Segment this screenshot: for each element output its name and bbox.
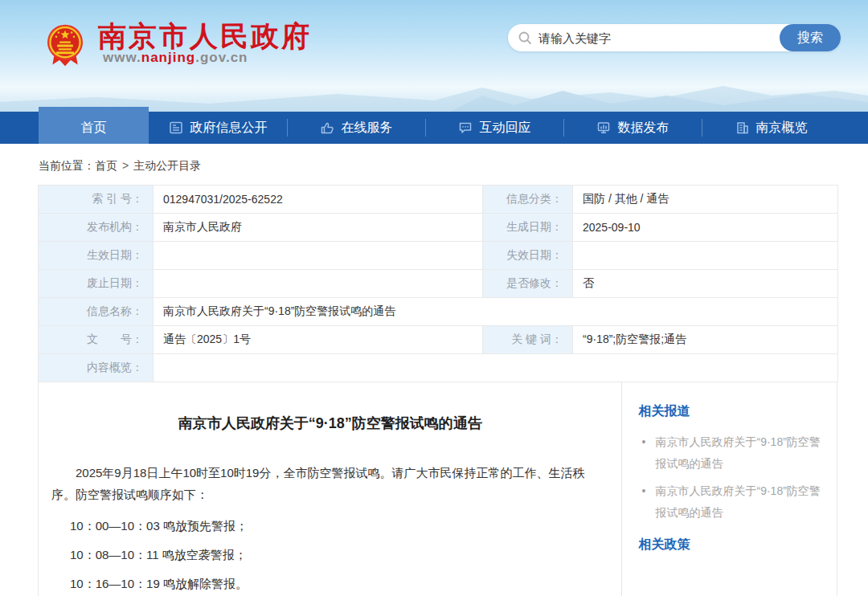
article-region: 南京市人民政府关于“9·18”防空警报试鸣的通告 2025年9月18日上午10时… bbox=[38, 382, 837, 596]
related-policies-heading: 相关政策 bbox=[638, 537, 822, 553]
meta-label: 关 键 词： bbox=[483, 326, 573, 354]
nav-item-online-services[interactable]: 在线服务 bbox=[287, 112, 425, 144]
meta-label: 是否修改： bbox=[483, 270, 573, 298]
schedule-item: 10：00—10：03 鸣放预先警报； bbox=[70, 519, 621, 534]
search-input[interactable] bbox=[538, 25, 772, 51]
meta-value bbox=[154, 242, 483, 270]
city-skyline-decoration bbox=[0, 63, 868, 112]
nav-item-interaction[interactable]: 互动回应 bbox=[425, 112, 563, 144]
related-reports-list: 南京市人民政府关于“9·18”防空警报试鸣的通告 南京市人民政府关于“9·18”… bbox=[641, 431, 822, 524]
site-url: www.nanjing.gov.cn bbox=[103, 50, 248, 66]
related-reports-heading: 相关报道 bbox=[638, 403, 822, 420]
related-report-link[interactable]: 南京市人民政府关于“9·18”防空警报试鸣的通告 bbox=[641, 480, 822, 524]
siren-schedule-list: 10：00—10：03 鸣放预先警报； 10：08—10：11 鸣放空袭警报； … bbox=[39, 519, 621, 592]
document-metadata-table: 索 引 号： 012947031/2025-62522 信息分类： 国防 / 其… bbox=[38, 185, 838, 382]
meta-label: 废止日期： bbox=[39, 270, 154, 298]
meta-value: “9·18”;防空警报;通告 bbox=[573, 326, 838, 354]
meta-label: 发布机构： bbox=[39, 214, 154, 242]
search-icon bbox=[518, 31, 532, 45]
nav-item-label: 首页 bbox=[81, 120, 107, 137]
breadcrumb-prefix: 当前位置： bbox=[39, 159, 95, 172]
nav-item-label: 数据发布 bbox=[618, 120, 669, 137]
meta-value: 国防 / 其他 / 通告 bbox=[573, 186, 838, 214]
meta-value bbox=[154, 270, 483, 298]
nav-item-label: 互动回应 bbox=[480, 120, 531, 137]
meta-value: 通告〔2025〕1号 bbox=[154, 326, 483, 354]
article-column: 南京市人民政府关于“9·18”防空警报试鸣的通告 2025年9月18日上午10时… bbox=[39, 382, 621, 596]
breadcrumb: 当前位置：首页>主动公开目录 bbox=[39, 159, 868, 173]
table-row: 索 引 号： 012947031/2025-62522 信息分类： 国防 / 其… bbox=[39, 186, 838, 214]
schedule-item: 10：16—10：19 鸣放解除警报。 bbox=[70, 577, 621, 592]
building-icon bbox=[735, 120, 750, 135]
table-row: 发布机构： 南京市人民政府 生成日期： 2025-09-10 bbox=[39, 214, 838, 242]
meta-label: 内容概览： bbox=[39, 354, 154, 382]
nav-item-data-release[interactable]: 数据发布 bbox=[563, 112, 702, 144]
breadcrumb-separator: > bbox=[122, 159, 129, 172]
article-title: 南京市人民政府关于“9·18”防空警报试鸣的通告 bbox=[39, 414, 621, 433]
nav-item-home[interactable]: 首页 bbox=[39, 107, 149, 144]
search-bar: 搜索 bbox=[508, 24, 841, 51]
breadcrumb-current-link[interactable]: 主动公开目录 bbox=[133, 159, 201, 172]
nav-item-nanjing-overview[interactable]: 南京概览 bbox=[702, 112, 840, 144]
meta-value: 012947031/2025-62522 bbox=[154, 186, 483, 214]
nav-item-label: 在线服务 bbox=[342, 120, 393, 137]
meta-value: 2025-09-10 bbox=[573, 214, 838, 242]
meta-value bbox=[573, 242, 838, 270]
nav-item-gov-info[interactable]: 政府信息公开 bbox=[149, 112, 287, 144]
related-report-link[interactable]: 南京市人民政府关于“9·18”防空警报试鸣的通告 bbox=[641, 431, 822, 475]
meta-label: 信息分类： bbox=[483, 186, 573, 214]
nav-item-label: 南京概览 bbox=[756, 120, 808, 137]
meta-label: 文 号： bbox=[39, 326, 154, 354]
meta-label: 失效日期： bbox=[483, 242, 573, 270]
main-navigation: 首页 政府信息公开 在线服务 互动回应 数据发布 bbox=[0, 112, 868, 144]
table-row: 内容概览： bbox=[39, 354, 838, 382]
meta-value: 否 bbox=[573, 270, 838, 298]
meta-label: 索 引 号： bbox=[39, 186, 154, 214]
site-url-suffix: .gov.cn bbox=[195, 50, 248, 65]
chat-icon bbox=[458, 120, 473, 135]
site-header: 南京市人民政府 www.nanjing.gov.cn 搜索 bbox=[0, 0, 868, 112]
meta-label: 生成日期： bbox=[483, 214, 573, 242]
meta-value bbox=[154, 354, 838, 382]
chart-icon bbox=[596, 120, 612, 135]
site-url-prefix: www. bbox=[103, 50, 141, 65]
schedule-item: 10：08—10：11 鸣放空袭警报； bbox=[70, 548, 621, 563]
national-emblem-logo bbox=[42, 10, 88, 79]
meta-label: 生效日期： bbox=[39, 242, 154, 270]
nav-item-label: 政府信息公开 bbox=[190, 120, 268, 137]
article-body: 2025年9月18日上午10时至10时19分，全市防空警报试鸣。请广大市民保持正… bbox=[51, 462, 607, 505]
table-row: 废止日期： 是否修改： 否 bbox=[39, 270, 838, 298]
document-icon bbox=[169, 120, 184, 135]
table-row: 生效日期： 失效日期： bbox=[39, 242, 838, 270]
content-area: 索 引 号： 012947031/2025-62522 信息分类： 国防 / 其… bbox=[38, 185, 837, 596]
breadcrumb-home-link[interactable]: 首页 bbox=[95, 159, 117, 172]
article-lead-paragraph: 2025年9月18日上午10时至10时19分，全市防空警报试鸣。请广大市民保持正… bbox=[51, 462, 607, 505]
meta-label: 信息名称： bbox=[39, 298, 154, 326]
table-row: 文 号： 通告〔2025〕1号 关 键 词： “9·18”;防空警报;通告 bbox=[39, 326, 838, 354]
related-sidebar: 相关报道 南京市人民政府关于“9·18”防空警报试鸣的通告 南京市人民政府关于“… bbox=[621, 382, 837, 596]
meta-value: 南京市人民政府关于“9·18”防空警报试鸣的通告 bbox=[154, 298, 838, 326]
thumbs-up-icon bbox=[320, 120, 335, 135]
site-url-main: nanjing bbox=[141, 50, 195, 65]
table-row: 信息名称： 南京市人民政府关于“9·18”防空警报试鸣的通告 bbox=[39, 298, 838, 326]
search-button[interactable]: 搜索 bbox=[780, 24, 841, 51]
meta-value: 南京市人民政府 bbox=[154, 214, 483, 242]
